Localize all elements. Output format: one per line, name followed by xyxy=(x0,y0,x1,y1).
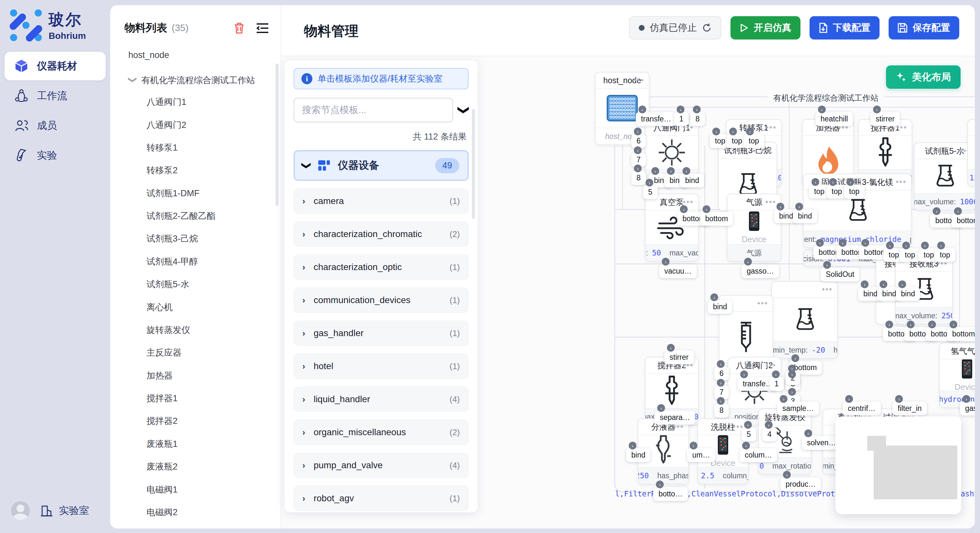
node-menu-icon[interactable]: ••• xyxy=(765,197,776,207)
sidebar-item-0[interactable]: 仪器耗材 xyxy=(5,52,106,80)
material-scrollbar[interactable] xyxy=(275,63,279,206)
port-dot[interactable]: › xyxy=(693,106,701,113)
template-item-characterization_chromatic[interactable]: ›characterization_chromatic(2) xyxy=(294,222,469,247)
port-dot[interactable]: › xyxy=(823,261,831,269)
node-menu-icon[interactable]: ••• xyxy=(896,177,907,187)
port-dot[interactable]: › xyxy=(634,165,642,172)
port-dot[interactable]: › xyxy=(638,106,646,113)
download-config-button[interactable]: 下载配置 xyxy=(810,16,880,40)
port-dot[interactable]: › xyxy=(690,442,697,449)
node-menu-icon[interactable]: ••• xyxy=(633,75,644,85)
port-dot[interactable]: › xyxy=(680,205,688,213)
node-电磁阀1[interactable]: 电磁阀1•••Devicevoltage: 12response_time: 0… xyxy=(967,119,975,187)
port-dot[interactable]: › xyxy=(656,481,664,488)
tree-item[interactable]: 氢气电磁阀 xyxy=(128,523,281,528)
tree-item[interactable]: 电磁阀1 xyxy=(128,478,281,501)
node-试剂瓶5-水[interactable]: 试剂瓶5-水•••max_volume: 1000 xyxy=(914,143,975,211)
template-item-characterization_optic[interactable]: ›characterization_optic(1) xyxy=(294,254,469,280)
tree-item[interactable]: 离心机 xyxy=(128,296,281,318)
port-dot[interactable]: › xyxy=(829,178,837,186)
port-dot[interactable]: › xyxy=(839,239,846,247)
port-dot[interactable]: › xyxy=(783,471,791,479)
template-item-camera[interactable]: ›camera(1) xyxy=(294,189,469,214)
port-dot[interactable]: › xyxy=(712,128,720,135)
node-menu-icon[interactable]: ••• xyxy=(822,284,832,294)
port-dot[interactable]: › xyxy=(795,203,803,211)
node-真空泵[interactable]: 真空泵•••pump_rate: 50max_vacuum: 0.1 xyxy=(645,194,699,262)
port-dot[interactable]: › xyxy=(804,429,812,437)
sidebar-item-3[interactable]: 实验 xyxy=(5,141,106,170)
sidebar-item-1[interactable]: 工作流 xyxy=(5,82,106,110)
tree-item[interactable]: 试剂瓶1-DMF xyxy=(128,182,281,205)
port-dot[interactable]: › xyxy=(742,442,750,449)
port-dot[interactable]: › xyxy=(629,442,636,449)
template-item-pump_and_valve[interactable]: ›pump_and_valve(4) xyxy=(294,453,469,478)
port-dot[interactable]: › xyxy=(898,281,906,288)
template-scrollbar[interactable] xyxy=(472,109,475,219)
port-dot[interactable]: › xyxy=(776,203,784,211)
port-dot[interactable]: › xyxy=(921,241,929,249)
tree-item[interactable]: 主反应器 xyxy=(128,341,281,364)
search-template-input[interactable]: 搜索节点模板... xyxy=(294,98,453,122)
port-dot[interactable]: › xyxy=(788,365,796,373)
template-item-gas_handler[interactable]: ›gas_handler(1) xyxy=(294,320,469,346)
port-dot[interactable]: › xyxy=(744,258,752,265)
collapse-list-icon[interactable] xyxy=(256,23,269,34)
tree-item[interactable]: 试剂瓶3-己烷 xyxy=(128,227,281,250)
port-dot[interactable]: › xyxy=(667,167,675,175)
node-card[interactable]: •••…: 200min_temp: -20has_heat… xyxy=(771,281,838,359)
save-config-button[interactable]: 保存配置 xyxy=(889,16,959,40)
tree-item[interactable]: 试剂瓶4-甲醇 xyxy=(128,250,281,273)
port-dot[interactable]: › xyxy=(772,370,780,378)
port-dot[interactable]: › xyxy=(937,241,945,249)
port-dot[interactable]: › xyxy=(657,404,665,412)
port-dot[interactable]: › xyxy=(950,320,957,328)
port-dot[interactable]: › xyxy=(885,320,893,328)
port-dot[interactable]: › xyxy=(744,421,752,429)
tree-item[interactable]: 电磁阀2 xyxy=(128,501,281,523)
port-dot[interactable]: › xyxy=(746,128,754,135)
delete-icon[interactable] xyxy=(233,22,245,34)
sidebar-item-2[interactable]: 成员 xyxy=(5,111,106,140)
tree-item[interactable]: 八通阀门1 xyxy=(128,90,281,113)
node-menu-icon[interactable]: ••• xyxy=(757,298,768,308)
port-dot[interactable]: › xyxy=(791,354,799,362)
port-dot[interactable]: › xyxy=(845,395,853,403)
port-dot[interactable]: › xyxy=(634,146,642,154)
node-气源[interactable]: 气源•••Device气源 xyxy=(727,194,781,262)
tree-item[interactable]: 试剂瓶5-水 xyxy=(128,273,281,296)
refresh-icon[interactable] xyxy=(702,23,712,33)
port-dot[interactable]: › xyxy=(846,178,854,186)
port-dot[interactable]: › xyxy=(816,239,824,247)
port-dot[interactable]: › xyxy=(703,205,710,213)
start-simulation-button[interactable]: 开启仿真 xyxy=(730,16,800,40)
port-dot[interactable]: › xyxy=(861,281,869,288)
node-menu-icon[interactable]: ••• xyxy=(765,360,776,370)
template-item-liquid_handler[interactable]: ›liquid_handler(4) xyxy=(294,387,469,412)
port-dot[interactable]: › xyxy=(717,379,725,387)
port-dot[interactable]: › xyxy=(717,360,725,368)
port-dot[interactable]: › xyxy=(634,128,642,135)
port-dot[interactable]: › xyxy=(667,344,675,352)
template-item-robot_agv[interactable]: ›robot_agv(1) xyxy=(294,486,469,511)
port-dot[interactable]: › xyxy=(861,239,869,247)
beautify-layout-button[interactable]: 美化布局 xyxy=(886,65,961,89)
tree-item[interactable]: 旋转蒸发仪 xyxy=(128,319,281,341)
tree-item[interactable]: 转移泵2 xyxy=(128,159,281,182)
port-dot[interactable]: › xyxy=(886,241,894,249)
port-dot[interactable]: › xyxy=(710,293,718,301)
tree-item[interactable]: 废液瓶1 xyxy=(128,433,281,455)
port-dot[interactable]: › xyxy=(811,178,819,186)
port-dot[interactable]: › xyxy=(740,370,748,378)
port-dot[interactable]: › xyxy=(933,207,940,215)
port-dot[interactable]: › xyxy=(880,281,887,288)
port-dot[interactable]: › xyxy=(928,320,936,328)
template-item-hotel[interactable]: ›hotel(1) xyxy=(294,354,469,379)
port-dot[interactable]: › xyxy=(873,106,881,113)
port-dot[interactable]: › xyxy=(651,167,659,175)
port-dot[interactable]: › xyxy=(907,320,915,328)
port-dot[interactable]: › xyxy=(818,106,826,113)
avatar[interactable] xyxy=(11,501,30,520)
port-dot[interactable]: › xyxy=(662,258,670,265)
collapse-panel-chevron-icon[interactable]: ❯ xyxy=(458,106,471,115)
